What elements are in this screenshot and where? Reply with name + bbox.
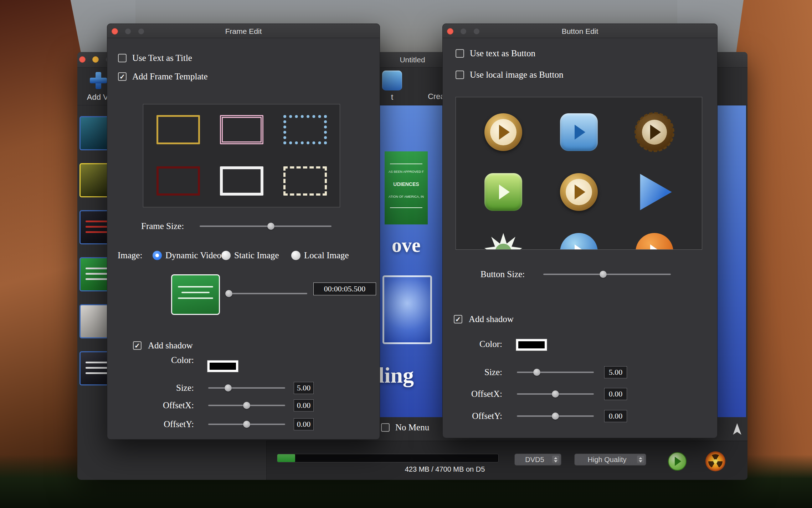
slider-thumb[interactable] (243, 421, 250, 428)
add-shadow-label: Add shadow (148, 341, 193, 351)
slider-thumb[interactable] (552, 390, 559, 398)
slider-thumb[interactable] (600, 271, 607, 278)
thumbnail-text-line (86, 268, 108, 269)
add-video-label: Add Vi (87, 93, 110, 102)
use-text-as-title-checkbox[interactable] (118, 54, 127, 62)
shadow-size-slider[interactable] (517, 368, 594, 377)
stepper-arrows-icon (637, 456, 644, 463)
shadow-offsetx-slider[interactable] (208, 401, 285, 410)
shadow-color-swatch (210, 363, 236, 370)
gold-frame-template[interactable] (156, 115, 200, 144)
shadow-size-value[interactable]: 5.00 (604, 366, 627, 378)
stamp-frame-template[interactable] (283, 166, 327, 196)
starburst-play-button-shape (484, 233, 522, 250)
burn-button[interactable] (705, 451, 725, 471)
slider-thumb[interactable] (552, 413, 559, 420)
add-frame-template-label: Add Frame Template (132, 72, 208, 82)
frame-size-slider[interactable] (200, 222, 332, 230)
thumbnail-text-line (86, 273, 108, 275)
play-triangle-icon (575, 185, 585, 199)
button-size-slider[interactable] (543, 270, 671, 279)
starburst-play-button[interactable] (484, 233, 522, 250)
shadow-size-slider[interactable] (208, 384, 285, 392)
green-rounded-play-button[interactable] (484, 173, 522, 211)
slider-track (200, 226, 332, 227)
use-local-image-checkbox[interactable] (456, 71, 464, 79)
time-value-field[interactable]: 00:00:05.500 (313, 282, 376, 295)
shadow-color-well[interactable] (207, 360, 238, 372)
shadow-offsetx-value[interactable]: 0.00 (294, 399, 314, 411)
shadow-offsety-value[interactable]: 0.00 (294, 418, 314, 430)
preview-play-button[interactable] (668, 452, 687, 471)
orange-round-play-button[interactable] (636, 233, 673, 250)
gold-round-play-button[interactable] (484, 113, 522, 151)
slider-thumb[interactable] (267, 223, 274, 230)
shadow-color-well[interactable] (516, 339, 547, 351)
white-frame-template[interactable] (220, 166, 263, 196)
local-image-radio[interactable] (291, 251, 300, 260)
shadow-offsetx-value[interactable]: 0.00 (604, 388, 627, 400)
static-image-radio[interactable] (221, 251, 231, 260)
shadow-offsety-label: OffsetY: (452, 411, 502, 421)
play-triangle-icon (650, 244, 661, 250)
shadow-offsety-slider[interactable] (517, 412, 594, 420)
shadow-color-label: Color: (144, 355, 194, 365)
edit-label-fragment: t (391, 93, 393, 102)
slider-track (543, 274, 671, 275)
disc-type-select[interactable]: DVD5 (514, 453, 561, 466)
play-triangle-icon (575, 244, 585, 250)
shadow-size-value[interactable]: 5.00 (294, 382, 314, 394)
add-plus-icon (88, 71, 108, 90)
screen: Untitled Add Vi t Crea AS BEEN APPROVED … (0, 0, 812, 508)
frame-template-grid (143, 104, 340, 207)
frame-edit-dialog: Frame Edit Use Text as Title Add Frame T… (107, 24, 380, 440)
video-frame-preview[interactable] (171, 274, 220, 315)
mpaa-text-line-1: AS BEEN APPROVED F (385, 170, 428, 173)
blue-round-play-button[interactable] (560, 233, 598, 250)
shadow-offsety-value[interactable]: 0.00 (604, 410, 627, 422)
button-edit-titlebar[interactable]: Button Edit (443, 24, 717, 38)
blue-scalloped-frame-template[interactable] (283, 115, 327, 144)
no-menu-checkbox[interactable] (381, 423, 390, 432)
slider-thumb[interactable] (225, 290, 232, 297)
shadow-offsetx-label: OffsetX: (144, 400, 194, 410)
thumbnail-text-line (86, 221, 108, 222)
menu-title-fragment-2: ling (378, 363, 414, 388)
add-frame-template-checkbox[interactable] (118, 72, 127, 81)
image-label: Image: (118, 250, 142, 260)
static-image-label: Static Image (234, 250, 279, 260)
add-shadow-label: Add shadow (469, 314, 514, 324)
blue-rounded-play-button[interactable] (560, 113, 598, 151)
dynamic-video-radio[interactable] (153, 251, 162, 260)
slider-thumb[interactable] (533, 369, 540, 376)
capacity-progress-bar (277, 454, 499, 462)
pink-frame-template[interactable] (220, 115, 263, 144)
slider-thumb[interactable] (225, 384, 232, 392)
shadow-offsety-slider[interactable] (208, 420, 285, 429)
time-position-slider[interactable] (227, 289, 307, 298)
button-template-grid (456, 97, 702, 250)
blue-glossy-triangle-button[interactable] (636, 173, 673, 211)
slider-track (517, 372, 594, 373)
play-triangle-icon (499, 125, 510, 140)
gold-round-play-button-2[interactable] (560, 173, 598, 211)
add-shadow-checkbox[interactable] (454, 315, 462, 323)
play-triangle-icon (575, 125, 585, 140)
menu-video-thumbnail-2[interactable] (382, 275, 432, 344)
shadow-offsetx-slider[interactable] (517, 390, 594, 398)
use-local-image-label: Use local image as Button (470, 70, 563, 80)
shadow-size-label: Size: (144, 383, 194, 393)
edit-button[interactable]: t (376, 71, 408, 102)
slider-track (227, 293, 307, 294)
quality-select[interactable]: High Quality (574, 453, 646, 466)
maroon-frame-template[interactable] (156, 166, 200, 196)
bronze-badge-play-button[interactable] (636, 113, 673, 151)
mpaa-text-line-3: ATION OF AMERICA, IN (385, 195, 428, 198)
use-text-as-button-checkbox[interactable] (456, 49, 464, 58)
slider-thumb[interactable] (243, 402, 250, 409)
thumbnail-text-line (86, 362, 108, 363)
frame-edit-titlebar[interactable]: Frame Edit (107, 24, 380, 38)
capacity-text: 423 MB / 4700 MB on D5 (338, 465, 552, 473)
add-shadow-checkbox[interactable] (133, 341, 142, 350)
menu-video-thumbnail-mpaa[interactable]: AS BEEN APPROVED F UDIENCES ATION OF AME… (385, 151, 428, 224)
